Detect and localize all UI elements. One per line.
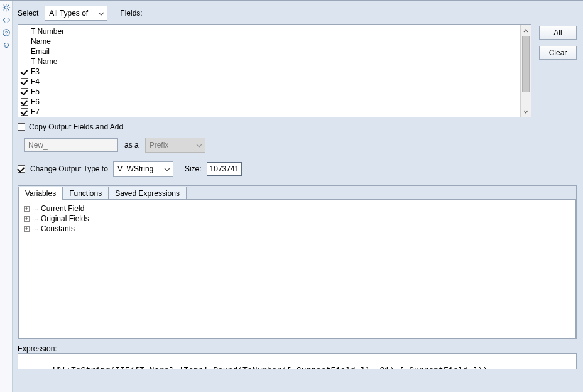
tab-saved-expressions[interactable]: Saved Expressions xyxy=(108,187,187,200)
change-type-checkbox[interactable] xyxy=(18,165,25,173)
fields-label: Fields: xyxy=(120,9,142,18)
select-type-value: All Types of xyxy=(49,9,88,18)
svg-line-5 xyxy=(3,5,4,6)
tree-item-constants[interactable]: +··· Constants xyxy=(24,224,570,234)
select-row: Select All Types of Fields: xyxy=(18,3,578,23)
field-item[interactable]: F6 xyxy=(21,97,518,107)
field-label: Email xyxy=(31,47,50,56)
config-panel: Select All Types of Fields: T NumberName… xyxy=(13,1,583,392)
copy-prefix-row: New_ as a Prefix xyxy=(18,138,578,153)
fields-listbox[interactable]: T NumberNameEmailT NameF3F4F5F6F7F8 xyxy=(18,24,531,117)
expression-label: Expression: xyxy=(18,344,578,353)
field-checkbox[interactable] xyxy=(21,108,28,116)
copy-output-row: Copy Output Fields and Add xyxy=(18,122,578,131)
field-label: T Number xyxy=(31,27,64,36)
expand-icon[interactable]: + xyxy=(24,226,30,232)
clear-button[interactable]: Clear xyxy=(539,46,577,60)
reference-panel: Variables Functions Saved Expressions +·… xyxy=(18,185,577,339)
svg-line-7 xyxy=(3,9,4,10)
field-item[interactable]: T Number xyxy=(21,26,518,36)
svg-line-6 xyxy=(8,9,9,10)
field-item[interactable]: Email xyxy=(21,46,518,57)
size-input[interactable]: 1073741 xyxy=(207,162,242,176)
copy-output-label: Copy Output Fields and Add xyxy=(29,122,123,131)
field-label: F6 xyxy=(31,97,40,106)
field-item[interactable]: F5 xyxy=(21,87,518,97)
tree-item-original-fields[interactable]: +··· Original Fields xyxy=(24,214,570,224)
change-type-label: Change Output Type to xyxy=(30,165,108,173)
field-checkbox[interactable] xyxy=(21,28,28,35)
code-icon[interactable] xyxy=(2,16,11,24)
field-item[interactable]: Name xyxy=(21,36,518,46)
left-icon-rail: ? xyxy=(0,1,13,392)
output-type-combo[interactable]: V_WString xyxy=(113,161,173,177)
refresh-icon[interactable] xyxy=(2,41,11,50)
scroll-down-button[interactable] xyxy=(521,106,531,117)
chevron-down-icon xyxy=(98,10,104,16)
field-item[interactable]: F3 xyxy=(21,67,518,77)
field-checkbox[interactable] xyxy=(21,38,28,45)
scroll-thumb[interactable] xyxy=(522,36,530,92)
svg-text:?: ? xyxy=(4,30,8,36)
field-checkbox[interactable] xyxy=(21,78,28,85)
svg-point-0 xyxy=(4,6,8,9)
all-button[interactable]: All xyxy=(539,26,577,40)
expression-editor[interactable]: '$'+ToString(IIF([T Name]='Tons',Round(T… xyxy=(18,353,577,369)
tab-variables[interactable]: Variables xyxy=(18,187,63,200)
field-label: F4 xyxy=(31,77,40,86)
field-checkbox[interactable] xyxy=(21,58,28,65)
field-item[interactable]: F4 xyxy=(21,77,518,87)
expand-icon[interactable]: + xyxy=(24,216,30,222)
field-checkbox[interactable] xyxy=(21,68,28,75)
gear-icon[interactable] xyxy=(2,3,11,12)
prefix-suffix-combo: Prefix xyxy=(145,138,205,153)
help-icon[interactable]: ? xyxy=(2,28,11,37)
as-a-label: as a xyxy=(124,141,139,150)
field-checkbox[interactable] xyxy=(21,88,28,95)
expand-icon[interactable]: + xyxy=(24,206,30,212)
variables-tree[interactable]: +··· Current Field +··· Original Fields … xyxy=(18,199,576,339)
field-label: T Name xyxy=(31,57,57,66)
field-item[interactable]: F7 xyxy=(21,107,518,117)
select-type-combo[interactable]: All Types of xyxy=(45,6,107,21)
scroll-up-button[interactable] xyxy=(521,25,531,36)
size-label: Size: xyxy=(185,165,202,173)
field-label: F7 xyxy=(31,107,40,116)
field-checkbox[interactable] xyxy=(21,98,28,106)
field-checkbox[interactable] xyxy=(21,48,28,55)
field-item[interactable]: T Name xyxy=(21,57,518,67)
prefix-value: Prefix xyxy=(150,141,169,150)
copy-output-checkbox[interactable] xyxy=(18,123,25,131)
new-field-name-input[interactable]: New_ xyxy=(24,138,118,152)
field-label: F5 xyxy=(31,87,40,96)
chevron-down-icon xyxy=(196,142,202,148)
tree-item-current-field[interactable]: +··· Current Field xyxy=(24,204,570,214)
field-item[interactable]: F8 xyxy=(21,117,518,117)
field-label: Name xyxy=(31,37,51,46)
change-type-row: Change Output Type to V_WString Size: 10… xyxy=(18,161,578,177)
output-type-value: V_WString xyxy=(117,165,153,173)
select-label: Select xyxy=(18,9,38,18)
chevron-down-icon xyxy=(164,166,170,172)
svg-line-8 xyxy=(8,5,9,6)
field-label: F3 xyxy=(31,67,40,76)
fields-scrollbar[interactable] xyxy=(520,25,531,117)
tab-functions[interactable]: Functions xyxy=(62,187,109,200)
